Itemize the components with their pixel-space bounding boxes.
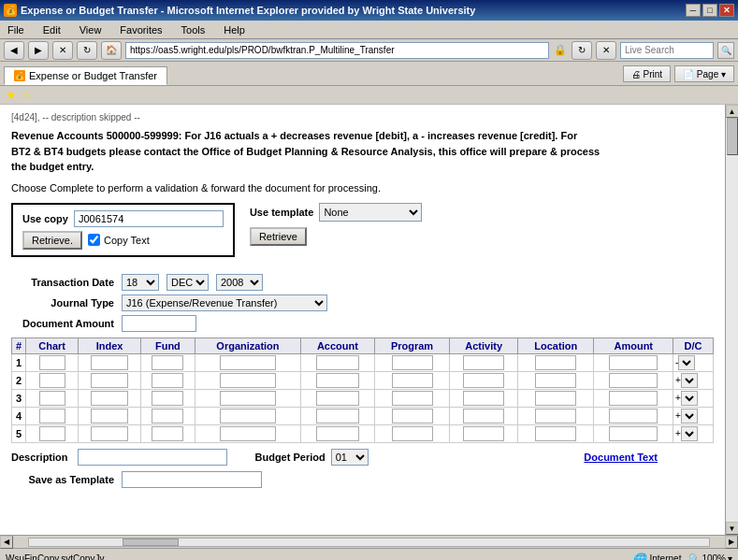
location-2[interactable] [535,373,576,388]
scroll-up-button[interactable]: ▲ [726,105,739,118]
account-3[interactable] [316,391,359,406]
org-1[interactable] [220,355,276,370]
org-4[interactable] [220,409,276,424]
retrieve-template-button[interactable]: Retrieve [250,227,307,246]
use-copy-input[interactable] [74,210,224,227]
index-4[interactable] [91,409,128,424]
program-2[interactable] [392,373,433,388]
scroll-left-button[interactable]: ◀ [0,536,13,549]
index-3[interactable] [91,391,128,406]
stop-page-button[interactable]: ✕ [596,41,616,60]
menu-tools[interactable]: Tools [178,22,210,37]
chart-3[interactable] [39,391,65,406]
add-favorites-star[interactable]: ★ [6,88,17,102]
scroll-thumb[interactable] [727,118,738,155]
location-1[interactable] [535,355,576,370]
chart-2[interactable] [39,373,65,388]
search-go-button[interactable]: 🔍 [717,42,734,59]
refresh-button[interactable]: ↻ [77,41,97,60]
chart-4[interactable] [39,409,65,424]
fund-5[interactable] [152,426,183,441]
tab-expense-transfer[interactable]: 💰 Expense or Budget Transfer [4,66,167,85]
dc-select-5[interactable]: +- [681,426,698,441]
stop-button[interactable]: ✕ [52,41,73,60]
activity-5[interactable] [463,426,504,441]
location-5[interactable] [535,426,576,441]
chart-5[interactable] [39,426,65,441]
menu-file[interactable]: File [4,22,28,37]
maximize-button[interactable]: □ [702,4,717,17]
menu-edit[interactable]: Edit [39,22,65,37]
location-4[interactable] [535,409,576,424]
scroll-down-button[interactable]: ▼ [726,522,739,535]
date-month-select[interactable]: DEC [166,274,209,291]
col-num: # [12,337,26,353]
menu-help[interactable]: Help [220,22,249,37]
org-2[interactable] [220,373,276,388]
dc-select-4[interactable]: +- [681,409,698,424]
back-button[interactable]: ◀ [4,41,24,60]
amount-4[interactable] [609,409,658,424]
activity-1[interactable] [463,355,504,370]
favorites-star2[interactable]: ☆ [21,88,32,102]
print-button[interactable]: 🖨 Print [623,65,671,82]
org-3[interactable] [220,391,276,406]
program-4[interactable] [392,409,433,424]
account-1[interactable] [316,355,359,370]
retrieve-button[interactable]: Retrieve. [22,231,82,250]
chart-1[interactable] [39,355,65,370]
zoom-icon: 🔍 [688,553,700,560]
amount-5[interactable] [609,426,658,441]
journal-type-row: Journal Type J16 (Expense/Revenue Transf… [11,294,714,311]
account-2[interactable] [316,373,359,388]
dc-select-3[interactable]: +- [681,391,698,406]
minimize-button[interactable]: ─ [686,4,701,17]
refresh-page-button[interactable]: ↻ [572,41,592,60]
document-text-link[interactable]: Document Text [584,452,658,463]
document-amount-input[interactable] [122,315,196,332]
date-day-select[interactable]: 18 [122,274,159,291]
fund-3[interactable] [152,391,183,406]
account-5[interactable] [316,426,359,441]
scroll-right-button[interactable]: ▶ [725,536,738,549]
address-input[interactable] [125,42,549,59]
dc-select-2[interactable]: +- [681,373,698,388]
program-5[interactable] [392,426,433,441]
date-year-select[interactable]: 2008 [216,274,263,291]
journal-type-select[interactable]: J16 (Expense/Revenue Transfer) [122,294,327,311]
live-search-input[interactable] [620,42,714,59]
description-input[interactable] [78,449,227,466]
amount-3[interactable] [609,391,658,406]
activity-2[interactable] [463,373,504,388]
dc-select-1[interactable]: -+ [678,355,695,370]
vertical-scrollbar[interactable]: ▲ ▼ [725,105,738,535]
activity-3[interactable] [463,391,504,406]
zoom-button[interactable]: 🔍 100% ▾ [688,553,732,560]
program-1[interactable] [392,355,433,370]
copy-text-checkbox[interactable] [88,234,100,246]
menu-view[interactable]: View [76,22,106,37]
save-template-input[interactable] [122,471,262,488]
program-3[interactable] [392,391,433,406]
account-4[interactable] [316,409,359,424]
activity-4[interactable] [463,409,504,424]
index-5[interactable] [91,426,128,441]
amount-2[interactable] [609,373,658,388]
page-button[interactable]: 📄 Page ▾ [674,65,734,82]
fund-4[interactable] [152,409,183,424]
fund-1[interactable] [152,355,183,370]
index-2[interactable] [91,373,128,388]
h-scroll-thumb[interactable] [123,538,179,546]
fund-2[interactable] [152,373,183,388]
location-3[interactable] [535,391,576,406]
close-button[interactable]: ✕ [719,4,734,17]
template-select[interactable]: None [319,203,422,222]
amount-1[interactable] [609,355,658,370]
budget-period-select[interactable]: 01 [331,449,369,466]
forward-button[interactable]: ▶ [28,41,49,60]
index-1[interactable] [91,355,128,370]
horizontal-scrollbar[interactable]: ◀ ▶ [0,535,738,548]
menu-favorites[interactable]: Favorites [116,22,166,37]
org-5[interactable] [220,426,276,441]
home-button[interactable]: 🏠 [101,41,122,60]
